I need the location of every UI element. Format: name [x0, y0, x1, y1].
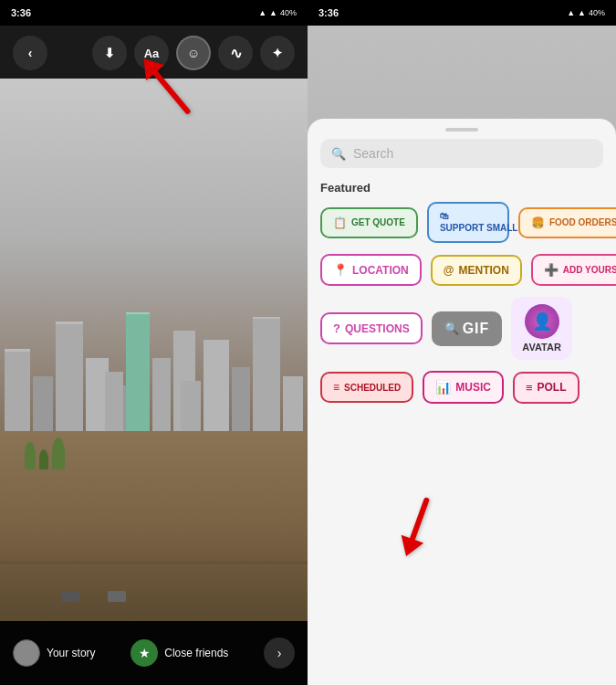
mention-label: MENTION	[458, 264, 508, 277]
food-icon: 🍔	[531, 216, 545, 229]
add-yours-icon: ➕	[544, 263, 559, 277]
questions-label: QUESTIONS	[345, 322, 410, 335]
music-sticker[interactable]: 📊 MUSIC	[423, 371, 504, 404]
poll-label: POLL	[538, 381, 567, 394]
questions-icon: ?	[333, 321, 340, 335]
vehicle-1	[61, 591, 79, 602]
support-small-business-sticker[interactable]: 🛍 SUPPORT SMALL BUSINESS	[427, 202, 509, 243]
mention-icon: @	[444, 264, 454, 277]
add-yours-label: ADD YOURS	[563, 265, 616, 275]
effects-icon: ✦	[272, 46, 283, 60]
story-toolbar: ‹ ⬇ Aa ☺ ∿ ✦	[0, 27, 308, 79]
get-quote-sticker[interactable]: 📋 GET QUOTE	[320, 207, 418, 238]
sheet-handle	[445, 128, 478, 132]
poll-icon: ≡	[526, 381, 533, 395]
photo-area	[0, 79, 308, 621]
road-line	[0, 561, 308, 564]
avatar-label: AVATAR	[522, 342, 561, 353]
close-friends-label: Close friends	[164, 647, 228, 659]
left-panel: 3:36 ▲ ▲ 40% ‹ ⬇ Aa ☺ ∿ ✦	[0, 0, 308, 685]
location-label: LOCATION	[352, 264, 409, 277]
download-button[interactable]: ⬇	[92, 36, 127, 70]
music-bars-icon: 📊	[435, 380, 451, 395]
close-friends-option[interactable]: ★ Close friends	[131, 639, 228, 667]
gif-search-icon: 🔍	[444, 321, 459, 335]
gif-sticker[interactable]: 🔍 GIF	[432, 311, 503, 346]
user-avatar	[13, 639, 40, 667]
sticker-row-3: ? QUESTIONS 🔍 GIF 👤 AVATAR	[320, 297, 603, 360]
get-quote-label: GET QUOTE	[351, 217, 405, 227]
featured-section-label: Featured	[308, 177, 616, 202]
status-time-right: 3:36	[318, 7, 339, 18]
avatar-sticker[interactable]: 👤 AVATAR	[511, 297, 572, 360]
sticker-row-2: 📍 LOCATION @ MENTION ➕ ADD YOURS	[320, 254, 603, 286]
signal-icon-right: ▲	[567, 8, 575, 17]
status-icons-right: ▲ ▲ 40%	[567, 8, 605, 17]
vehicle-2	[108, 591, 126, 602]
text-icon: Aa	[144, 47, 160, 60]
toolbar-right-buttons: ⬇ Aa ☺ ∿ ✦	[92, 36, 295, 70]
location-sticker[interactable]: 📍 LOCATION	[320, 254, 422, 286]
signal-icon: ▲	[258, 8, 266, 17]
gif-label: GIF	[463, 321, 490, 337]
get-quote-icon: 📋	[333, 216, 347, 229]
avatar-person-icon: 👤	[532, 311, 552, 332]
tree-3	[52, 437, 65, 469]
download-icon: ⬇	[104, 46, 115, 60]
avatar-icon: 👤	[525, 304, 559, 339]
scheduled-icon: ≡	[333, 381, 339, 394]
tree-2	[39, 449, 48, 469]
photo-background	[0, 79, 308, 621]
sticker-icon: ☺	[187, 46, 200, 60]
search-placeholder: Search	[353, 146, 393, 161]
trees	[25, 437, 65, 469]
right-panel: 3:36 ▲ ▲ 40% 🔍 Search Featured	[308, 0, 616, 685]
battery-text: 40%	[280, 8, 297, 17]
sticker-row-4: ≡ SCHEDULED 📊 MUSIC ≡ POLL	[320, 371, 603, 404]
music-label: MUSIC	[455, 381, 491, 394]
food-label: FOOD ORDERS	[549, 217, 616, 227]
star-icon: ★	[139, 646, 151, 660]
your-story-option[interactable]: Your story	[13, 639, 96, 667]
mention-sticker[interactable]: @ MENTION	[431, 255, 522, 286]
status-time-left: 3:36	[11, 7, 31, 18]
sticker-button[interactable]: ☺	[176, 36, 211, 70]
effects-button[interactable]: ✦	[260, 36, 295, 70]
status-bar-right: 3:36 ▲ ▲ 40%	[308, 0, 616, 26]
next-button[interactable]: ›	[264, 638, 295, 669]
back-icon: ‹	[28, 46, 33, 60]
close-friends-icon: ★	[131, 639, 158, 667]
draw-icon: ∿	[230, 45, 242, 62]
next-icon: ›	[277, 646, 282, 660]
sticker-picker-sheet: 🔍 Search Featured 📋 GET QUOTE 🛍 SUPPORT …	[308, 119, 616, 685]
back-button[interactable]: ‹	[13, 36, 47, 70]
search-icon: 🔍	[331, 147, 346, 161]
buildings-layer	[0, 132, 308, 458]
story-bottom-bar: Your story ★ Close friends ›	[0, 621, 308, 685]
scheduled-label: SCHEDULED	[344, 383, 401, 393]
status-bar-left: 3:36 ▲ ▲ 40%	[0, 0, 308, 26]
status-icons-left: ▲ ▲ 40%	[258, 8, 297, 17]
draw-button[interactable]: ∿	[218, 36, 253, 70]
scheduled-sticker[interactable]: ≡ SCHEDULED	[320, 372, 413, 403]
text-button[interactable]: Aa	[134, 36, 169, 70]
wifi-icon: ▲	[269, 8, 277, 17]
sticker-row-1: 📋 GET QUOTE 🛍 SUPPORT SMALL BUSINESS 🍔 F…	[320, 202, 603, 243]
location-dot-icon: 📍	[333, 263, 348, 277]
your-story-label: Your story	[47, 647, 96, 659]
questions-sticker[interactable]: ? QUESTIONS	[320, 312, 423, 344]
support-icon: 🛍	[440, 211, 449, 222]
search-bar[interactable]: 🔍 Search	[320, 139, 603, 168]
poll-sticker[interactable]: ≡ POLL	[513, 372, 579, 404]
stickers-grid: 📋 GET QUOTE 🛍 SUPPORT SMALL BUSINESS 🍔 F…	[308, 202, 616, 404]
tree-1	[25, 442, 36, 469]
wifi-icon-right: ▲	[578, 8, 586, 17]
food-orders-sticker[interactable]: 🍔 FOOD ORDERS	[518, 207, 616, 238]
battery-text-right: 40%	[589, 8, 605, 17]
add-yours-sticker[interactable]: ➕ ADD YOURS	[531, 254, 616, 286]
